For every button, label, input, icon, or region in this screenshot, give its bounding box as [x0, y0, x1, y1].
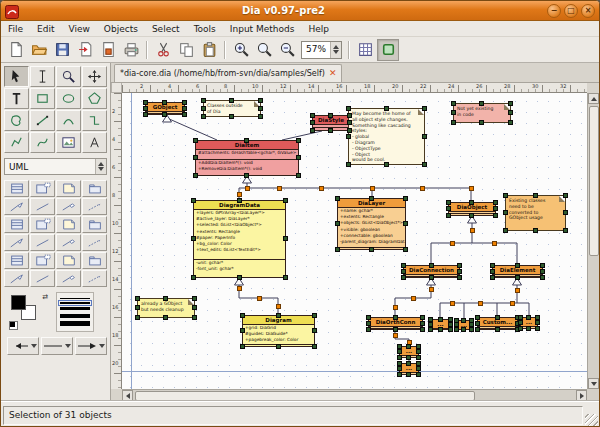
connection-handle[interactable]	[510, 301, 515, 306]
tool-text[interactable]	[4, 88, 29, 109]
horizontal-scrollbar[interactable]	[122, 389, 587, 401]
selection-handle[interactable]	[416, 355, 421, 360]
selection-handle[interactable]	[508, 110, 513, 115]
selection-handle[interactable]	[416, 372, 421, 377]
selection-handle[interactable]	[406, 361, 411, 366]
selection-handle[interactable]	[422, 106, 427, 111]
selection-handle[interactable]	[457, 269, 462, 274]
selection-handle[interactable]	[162, 112, 167, 117]
selection-handle[interactable]	[296, 138, 301, 143]
uml-shape-4[interactable]	[82, 180, 107, 197]
selection-handle[interactable]	[429, 263, 434, 268]
selection-handle[interactable]	[451, 110, 456, 115]
selection-handle[interactable]	[469, 213, 474, 218]
selection-handle[interactable]	[182, 100, 187, 105]
selection-handle[interactable]	[393, 327, 398, 332]
scroll-left-button[interactable]	[122, 390, 133, 401]
vertical-scroll-thumb[interactable]	[589, 106, 599, 256]
begin-arrow-selector[interactable]	[7, 337, 39, 355]
menu-select[interactable]: Select	[145, 23, 187, 35]
uml-shape-20[interactable]	[82, 252, 107, 269]
selection-handle[interactable]	[503, 228, 508, 233]
copy-button[interactable]	[175, 39, 197, 61]
uml-shape-11[interactable]	[56, 216, 81, 233]
uml-class-diagramdata[interactable]: DiagramData+layers: GPtrArray<DiaLayer*>…	[193, 200, 286, 278]
selection-handle[interactable]	[310, 113, 315, 118]
selection-handle[interactable]	[446, 206, 451, 211]
connection-handle[interactable]	[277, 186, 282, 191]
selection-handle[interactable]	[369, 196, 374, 201]
selection-handle[interactable]	[490, 269, 495, 274]
selection-handle[interactable]	[366, 315, 371, 320]
line-width-option[interactable]	[60, 302, 90, 304]
selection-handle[interactable]	[495, 315, 500, 320]
selection-handle[interactable]	[533, 228, 538, 233]
uml-shape-16[interactable]	[82, 234, 107, 251]
connection-handle[interactable]	[393, 305, 398, 310]
uml-shape-23[interactable]	[56, 270, 81, 287]
selection-handle[interactable]	[475, 315, 480, 320]
tool-beziergon[interactable]	[4, 110, 29, 131]
selection-handle[interactable]	[244, 173, 249, 178]
selection-handle[interactable]	[526, 326, 531, 331]
selection-handle[interactable]	[406, 344, 411, 349]
connection-handle[interactable]	[257, 296, 262, 301]
selection-handle[interactable]	[451, 101, 456, 106]
selection-handle[interactable]	[240, 313, 245, 318]
selection-handle[interactable]	[540, 269, 545, 274]
selection-handle[interactable]	[346, 134, 351, 139]
selection-handle[interactable]	[135, 315, 140, 320]
uml-note[interactable]: Existing classes need to be converted to…	[505, 195, 566, 231]
selection-handle[interactable]	[237, 198, 242, 203]
grid-toggle-button[interactable]	[354, 39, 376, 61]
connection-handle[interactable]	[515, 288, 520, 293]
selection-handle[interactable]	[457, 263, 462, 268]
tool-scroll[interactable]	[82, 66, 107, 87]
connection-handle[interactable]	[237, 286, 242, 291]
selection-handle[interactable]	[193, 173, 198, 178]
selection-handle[interactable]	[201, 98, 206, 103]
selection-handle[interactable]	[384, 106, 389, 111]
connection-handle[interactable]	[469, 186, 474, 191]
selection-handle[interactable]	[429, 275, 434, 280]
selection-handle[interactable]	[163, 315, 168, 320]
selection-handle[interactable]	[191, 198, 196, 203]
uml-shape-18[interactable]	[30, 252, 55, 269]
selection-handle[interactable]	[163, 296, 168, 301]
connection-handle[interactable]	[411, 296, 416, 301]
tool-modify[interactable]	[4, 66, 29, 87]
menu-file[interactable]: File	[1, 23, 30, 35]
scroll-up-button[interactable]	[588, 93, 599, 104]
selection-handle[interactable]	[162, 100, 167, 105]
selection-handle[interactable]	[420, 315, 425, 320]
connection-handle[interactable]	[450, 301, 455, 306]
selection-handle[interactable]	[508, 120, 513, 125]
selection-handle[interactable]	[469, 327, 474, 332]
selection-handle[interactable]	[518, 326, 523, 331]
selection-handle[interactable]	[258, 106, 263, 111]
uml-shape-12[interactable]	[82, 216, 107, 233]
selection-handle[interactable]	[515, 263, 520, 268]
selection-handle[interactable]	[310, 128, 315, 133]
selection-handle[interactable]	[563, 210, 568, 215]
selection-handle[interactable]	[540, 263, 545, 268]
selection-handle[interactable]	[347, 113, 352, 118]
selection-handle[interactable]	[143, 106, 148, 111]
tool-arc[interactable]	[56, 110, 81, 131]
selection-handle[interactable]	[454, 327, 459, 332]
selection-handle[interactable]	[420, 321, 425, 326]
sheet-spin-buttons[interactable]	[95, 159, 106, 174]
foreground-color-swatch[interactable]	[11, 295, 26, 310]
uml-note[interactable]: May become the home of all object style …	[348, 108, 425, 165]
cut-button[interactable]	[152, 39, 174, 61]
selection-handle[interactable]	[397, 349, 402, 354]
selection-handle[interactable]	[229, 98, 234, 103]
uml-shape-8[interactable]	[82, 198, 107, 215]
selection-handle[interactable]	[335, 221, 340, 226]
selection-handle[interactable]	[244, 138, 249, 143]
print-button[interactable]	[120, 39, 142, 61]
selection-handle[interactable]	[312, 328, 317, 333]
connection-handle[interactable]	[237, 192, 242, 197]
selection-handle[interactable]	[201, 106, 206, 111]
selection-handle[interactable]	[312, 344, 317, 349]
